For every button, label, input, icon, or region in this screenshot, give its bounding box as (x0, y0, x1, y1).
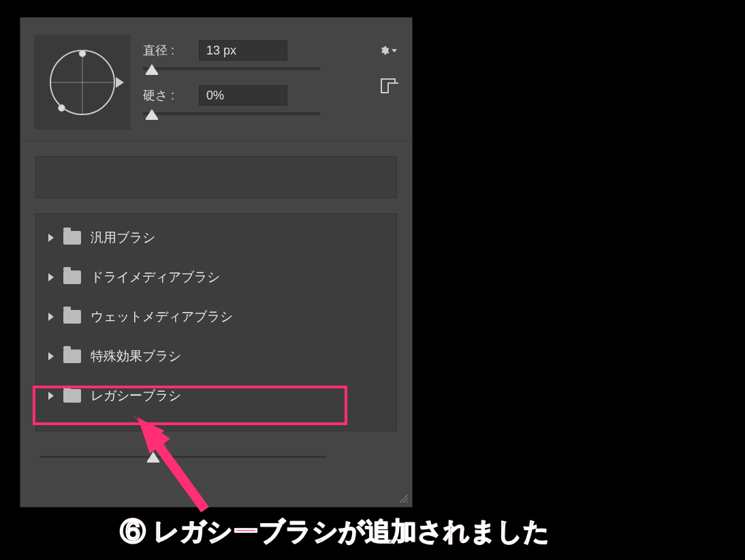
handle-bottom[interactable] (58, 104, 65, 112)
folder-general-brushes[interactable]: 汎用ブラシ (36, 218, 396, 258)
brush-stroke-section (20, 141, 412, 204)
handle-top[interactable] (79, 50, 86, 57)
folder-wet-media-brushes[interactable]: ウェットメディアブラシ (36, 297, 396, 337)
folder-icon (63, 310, 81, 324)
folder-legacy-brushes[interactable]: レガシーブラシ (36, 376, 396, 416)
chevron-right-icon (48, 392, 54, 400)
hardness-label: 硬さ : (143, 87, 191, 104)
angle-arrow-icon[interactable] (116, 77, 124, 88)
gear-icon (379, 44, 390, 57)
svg-line-2 (407, 501, 408, 503)
chevron-right-icon (48, 313, 54, 321)
hardness-input[interactable] (199, 85, 287, 106)
size-row: 直径 : (143, 40, 398, 61)
panel-menu-button[interactable] (379, 42, 397, 59)
size-input[interactable] (199, 40, 287, 61)
chevron-right-icon (48, 273, 54, 281)
size-slider[interactable] (143, 67, 320, 70)
chevron-down-icon (392, 49, 397, 52)
bottom-slider-area (20, 431, 412, 458)
brush-stroke-preview[interactable] (35, 156, 397, 198)
brush-panel: 直径 : 硬さ : (20, 17, 413, 508)
thumbnail-size-thumb[interactable] (147, 452, 159, 461)
chevron-right-icon (48, 352, 54, 360)
folder-icon (63, 231, 81, 245)
folder-label: 特殊効果ブラシ (91, 347, 181, 365)
brush-angle-preview[interactable] (34, 35, 131, 129)
folder-label: ドライメディアブラシ (91, 268, 220, 286)
folder-icon (63, 389, 81, 403)
hardness-slider-thumb[interactable] (146, 109, 158, 119)
hardness-slider[interactable] (143, 112, 320, 115)
thumbnail-size-slider[interactable] (39, 456, 326, 458)
size-label: 直径 : (143, 42, 191, 59)
folder-label: 汎用ブラシ (91, 229, 155, 247)
folder-label: レガシーブラシ (91, 387, 181, 405)
brush-settings-section: 直径 : 硬さ : (20, 18, 412, 141)
resize-grip-icon (397, 492, 408, 503)
brush-folders-list: 汎用ブラシ ドライメディアブラシ ウェットメディアブラシ 特殊効果ブラシ レガシ… (35, 213, 397, 431)
controls-column: 直径 : 硬さ : (143, 35, 398, 130)
new-brush-preset-button[interactable] (381, 78, 396, 93)
folder-icon (63, 270, 81, 284)
panel-icon-stack (379, 42, 397, 93)
folder-dry-media-brushes[interactable]: ドライメディアブラシ (36, 258, 396, 297)
hardness-row: 硬さ : (143, 85, 398, 106)
folder-icon (63, 349, 81, 363)
size-slider-thumb[interactable] (146, 64, 158, 74)
folder-label: ウェットメディアブラシ (91, 308, 233, 326)
panel-resize-grip[interactable] (397, 492, 408, 503)
folder-special-effects-brushes[interactable]: 特殊効果ブラシ (36, 337, 396, 376)
annotation-caption: ⑥ レガシーブラシが追加されました (120, 514, 550, 549)
chevron-right-icon (48, 234, 54, 242)
